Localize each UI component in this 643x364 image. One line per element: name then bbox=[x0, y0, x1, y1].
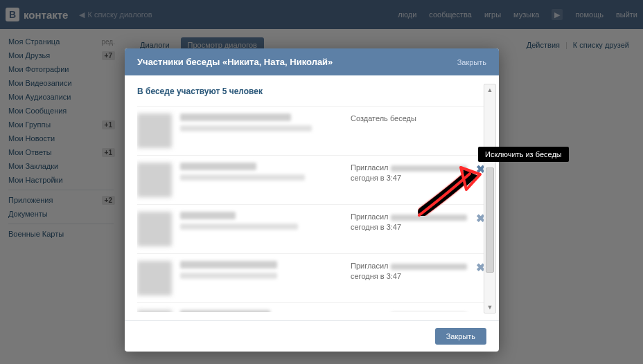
member-name[interactable] bbox=[180, 212, 236, 219]
member-name[interactable] bbox=[180, 163, 256, 170]
inviter-name[interactable] bbox=[391, 215, 467, 221]
member-meta: Пригласил сегодня в 3:47 ✖ bbox=[351, 261, 489, 295]
member-status bbox=[180, 273, 277, 279]
member-name[interactable] bbox=[180, 310, 270, 312]
remove-tooltip: Исключить из беседы bbox=[478, 147, 569, 162]
member-name[interactable] bbox=[180, 113, 291, 121]
member-meta: Пригласил сегодня в 3:47 ✖ bbox=[351, 212, 489, 246]
members-modal: Участники беседы «Никита, Ната, Николай»… bbox=[125, 48, 499, 352]
avatar[interactable] bbox=[137, 310, 172, 312]
avatar[interactable] bbox=[137, 113, 172, 148]
member-row: Пригласил сегодня в 3:47 ✖ bbox=[137, 155, 489, 204]
member-row: Создатель беседы bbox=[137, 106, 489, 155]
member-row: Пригласил сегодня в 3:47 ✖ bbox=[137, 253, 489, 302]
modal-title: Участники беседы «Никита, Ната, Николай» bbox=[137, 57, 333, 67]
members-scroll[interactable]: В беседе участвуют 5 человек Создатель б… bbox=[137, 84, 499, 312]
avatar[interactable] bbox=[137, 261, 172, 295]
member-row: Пригласил сегодня в 3:47 ✖ bbox=[137, 204, 489, 253]
member-row: Пригласил ✖ bbox=[137, 302, 489, 312]
scrollbar[interactable]: ▲ ▼ bbox=[484, 84, 496, 313]
inviter-name[interactable] bbox=[391, 264, 467, 270]
close-button[interactable]: Закрыть bbox=[435, 328, 486, 345]
scroll-thumb[interactable] bbox=[486, 167, 494, 273]
member-meta: Создатель беседы bbox=[351, 113, 489, 148]
inviter-name[interactable] bbox=[391, 165, 467, 172]
scroll-down-icon[interactable]: ▼ bbox=[484, 302, 495, 313]
modal-body: В беседе участвуют 5 человек Создатель б… bbox=[125, 75, 499, 320]
avatar[interactable] bbox=[137, 163, 172, 197]
member-meta: Пригласил сегодня в 3:47 ✖ bbox=[351, 163, 489, 197]
member-status bbox=[180, 174, 305, 181]
members-subheading: В беседе участвуют 5 человек bbox=[137, 87, 489, 96]
scroll-up-icon[interactable]: ▲ bbox=[484, 84, 495, 95]
member-status bbox=[180, 125, 312, 131]
modal-footer: Закрыть bbox=[125, 320, 499, 352]
member-status bbox=[180, 224, 298, 230]
member-meta: Пригласил ✖ bbox=[351, 310, 489, 312]
modal-header: Участники беседы «Никита, Ната, Николай»… bbox=[125, 48, 499, 75]
modal-close-link[interactable]: Закрыть bbox=[457, 58, 486, 66]
member-name[interactable] bbox=[180, 261, 277, 269]
avatar[interactable] bbox=[137, 212, 172, 246]
